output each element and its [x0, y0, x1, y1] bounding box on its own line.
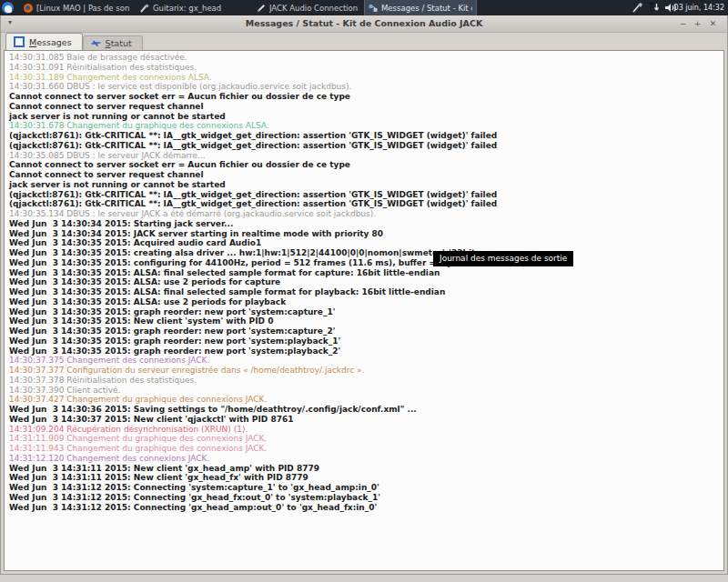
log-line: Wed Jun 3 14:30:34 2015: Starting jack s… [9, 219, 723, 229]
log-line: Wed Jun 3 14:31:11 2015: New client 'gx_… [9, 464, 723, 474]
tab-label: Statut [106, 38, 132, 48]
log-line: Wed Jun 3 14:31:12 2015: Connecting 'gx_… [9, 503, 723, 513]
log-line: Wed Jun 3 14:30:35 2015: graph reorder: … [9, 326, 723, 336]
log-line: Wed Jun 3 14:30:35 2015: Acquired audio … [9, 238, 723, 248]
log-line: 14:30:35.134 DBUS : le serveur JACK a ét… [9, 209, 723, 219]
taskbar-item-label: [Linux MAO | Pas de son g... [36, 4, 131, 13]
close-button[interactable]: ✕ [707, 18, 719, 29]
guitarix-icon [140, 4, 149, 13]
log-line: Cannot connect to server request channel [9, 102, 723, 112]
log-line: 14:30:31.660 DBUS : le service est dispo… [9, 82, 723, 92]
log-line: 14:30:31.189 Changement des connexions A… [9, 73, 723, 83]
log-line: (qjackctl:8761): Gtk-CRITICAL **: IA__gt… [9, 190, 723, 200]
log-line: Wed Jun 3 14:30:35 2015: ALSA: use 2 per… [9, 297, 723, 307]
log-line: 14:31:12.120 Changement des connexions J… [9, 454, 723, 464]
tab-bar: Messages Statut [1, 33, 727, 50]
window-titlebar[interactable]: ▾ Messages / Statut - Kit de Connexion A… [1, 15, 727, 33]
taskbar-item-qjackctl-active[interactable]: Messages / Statut - Kit de ... [364, 0, 477, 15]
log-line: Wed Jun 3 14:30:35 2015: ALSA: use 2 per… [9, 277, 723, 287]
log-line: 14:30:37.377 Configuration du serveur en… [9, 366, 723, 376]
minimize-button[interactable]: − [677, 18, 689, 29]
log-line: 14:31:09.204 Récupération désynchronisat… [9, 425, 723, 435]
log-line: Cannot connect to server socket err = Au… [9, 160, 723, 170]
log-line: Wed Jun 3 14:30:35 2015: ALSA: final sel… [9, 268, 723, 278]
log-line: (qjackctl:8761): Gtk-CRITICAL **: IA__gt… [9, 141, 723, 151]
log-line: Wed Jun 3 14:31:12 2015: Connecting 'sys… [9, 483, 723, 493]
log-line: Wed Jun 3 14:31:12 2015: Connecting 'gx_… [9, 493, 723, 503]
log-line: Wed Jun 3 14:30:35 2015: New client 'sys… [9, 316, 723, 326]
window-title: Messages / Statut - Kit de Connexion Aud… [1, 15, 727, 32]
log-line: Wed Jun 3 14:30:35 2015: graph reorder: … [9, 336, 723, 346]
log-line: 14:31:11.909 Changement du graphique des… [9, 434, 723, 444]
log-line: jack server is not running or cannot be … [9, 180, 723, 190]
top-panel: [Linux MAO | Pas de son g... Guitarix: g… [0, 0, 728, 15]
messages-tab-icon [14, 36, 25, 47]
firefox-icon [24, 4, 33, 13]
log-line: 14:30:31.085 Baie de brassage désactivée… [9, 53, 723, 63]
log-line: (qjackctl:8761): Gtk-CRITICAL **: IA__gt… [9, 199, 723, 209]
log-line: 14:30:37.375 Changement des connexions J… [9, 356, 723, 366]
qjackctl-icon [369, 4, 378, 13]
tab-statut[interactable]: Statut [83, 35, 143, 50]
log-line: 14:30:37.427 Changement du graphique des… [9, 395, 723, 405]
app-menu-icon[interactable] [2, 2, 14, 14]
log-line: (qjackctl:8761): Gtk-CRITICAL **: IA__gt… [9, 131, 723, 141]
log-line: Cannot connect to server socket err = Au… [9, 92, 723, 102]
taskbar-item-jack[interactable]: JACK Audio Connection Kit... [253, 0, 364, 15]
log-line: jack server is not running or cannot be … [9, 112, 723, 122]
log-line: Wed Jun 3 14:30:35 2015: graph reorder: … [9, 346, 723, 356]
log-line: Wed Jun 3 14:30:35 2015: configuring for… [9, 258, 723, 268]
taskbar-item-label: Guitarix: gx_head [153, 4, 221, 13]
log-lines: 14:30:31.085 Baie de brassage désactivée… [9, 53, 723, 512]
log-line: 14:30:31.091 Réinitialisation des statis… [9, 63, 723, 73]
panel-clock[interactable]: 03 juin, 14:32 [674, 0, 724, 15]
taskbar-item-label: Messages / Statut - Kit de ... [381, 4, 472, 13]
taskbar-item-guitarix[interactable]: Guitarix: gx_head [136, 0, 251, 15]
tab-messages[interactable]: Messages [5, 33, 83, 50]
log-line: Wed Jun 3 14:30:35 2015: ALSA: final sel… [9, 287, 723, 297]
messages-log[interactable]: 14:30:31.085 Baie de brassage désactivée… [4, 50, 724, 571]
log-line: Wed Jun 3 14:31:11 2015: New client 'gx_… [9, 473, 723, 483]
status-tab-icon [91, 38, 101, 48]
tooltip: Journal des messages de sortie [433, 251, 573, 266]
qjackctl-messages-window: ▾ Messages / Statut - Kit de Connexion A… [0, 15, 728, 575]
maximize-button[interactable]: + [692, 18, 703, 29]
jack-pencil-icon [257, 4, 266, 13]
log-line: 14:31:11.943 Changement du graphique des… [9, 444, 723, 454]
log-line: Wed Jun 3 14:30:35 2015: creating alsa d… [9, 248, 723, 258]
taskbar-item-firefox[interactable]: [Linux MAO | Pas de son g... [20, 0, 135, 15]
log-line: 14:30:35.085 DBUS : le serveur JACK déma… [9, 151, 723, 161]
log-line: Wed Jun 3 14:30:36 2015: Saving settings… [9, 405, 723, 415]
tray-network-arrows-icon[interactable] [648, 1, 661, 15]
log-line: Cannot connect to server request channel [9, 170, 723, 180]
log-line: Wed Jun 3 14:30:34 2015: JACK server sta… [9, 229, 723, 239]
log-line: 14:30:37.390 Client activé. [9, 386, 723, 396]
log-line: 14:30:31.678 Changement du graphique des… [9, 121, 723, 131]
tray-color-picker-icon[interactable] [632, 1, 643, 15]
tab-label: Messages [29, 37, 72, 47]
taskbar-item-label: JACK Audio Connection Kit... [269, 4, 360, 13]
log-line: 14:30:37.378 Réinitialisation des statis… [9, 376, 723, 386]
log-line: Wed Jun 3 14:30:37 2015: New client 'qja… [9, 415, 723, 425]
log-line: Wed Jun 3 14:30:35 2015: graph reorder: … [9, 307, 723, 317]
